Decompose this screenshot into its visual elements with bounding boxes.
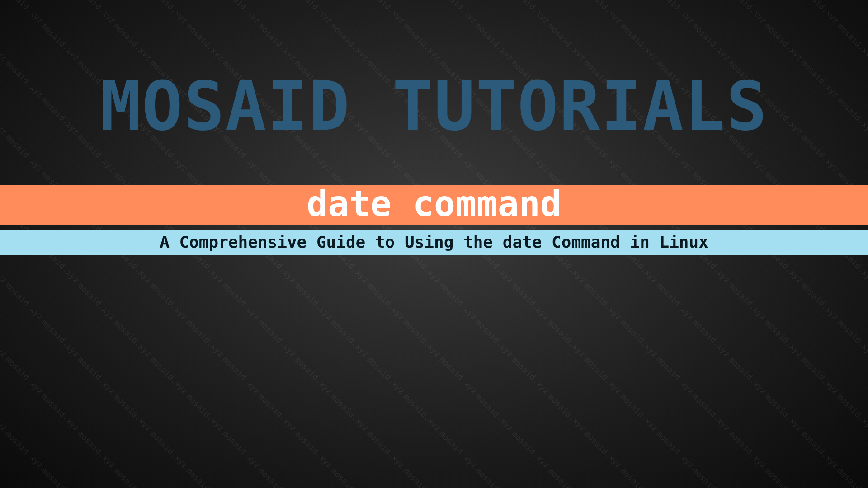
subtitle-stripe: A Comprehensive Guide to Using the date …	[0, 230, 868, 255]
banner: MOSAID TUTORIALS date command A Comprehe…	[0, 0, 868, 488]
topic-stripe: date command	[0, 185, 868, 225]
stripe-gap	[0, 225, 868, 230]
main-title: MOSAID TUTORIALS	[0, 72, 868, 140]
